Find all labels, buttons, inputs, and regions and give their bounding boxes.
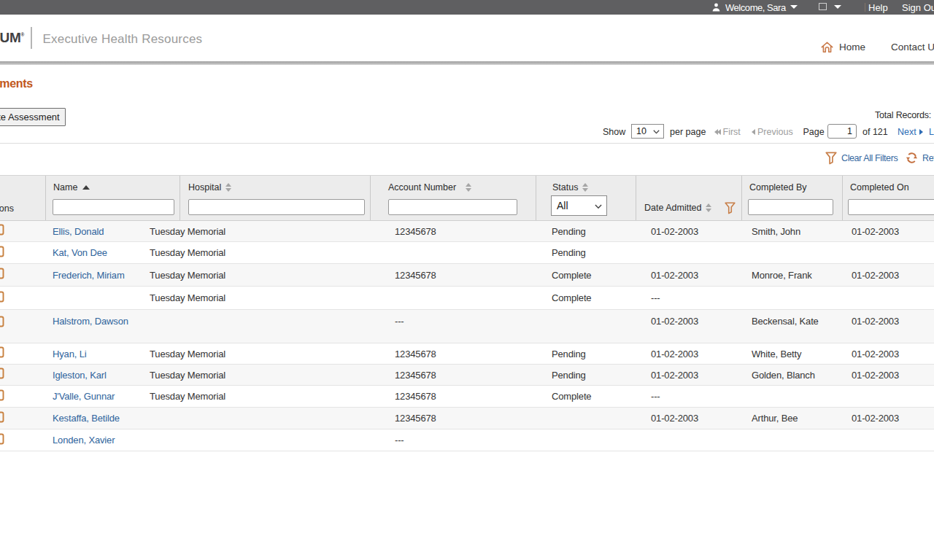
assessment-document-icon[interactable] [0,316,4,330]
row-actions-cell [0,287,46,309]
completed-by-cell: Golden, Blanch [743,365,843,385]
nav-home[interactable]: Home [821,39,865,54]
date-admitted-cell: 01-02-2003 [642,221,743,241]
row-actions-cell [0,264,46,286]
hospital-cell: Tuesday Memorial [141,264,386,286]
toolbar-divider [0,143,934,144]
table-row: Tuesday Memorial Complete --- [0,287,934,310]
hospital-cell [141,429,386,451]
filter-completed-on-input[interactable] [848,199,934,215]
status-cell [543,408,642,429]
masthead-rule [0,61,934,65]
completed-on-cell: 01-02-2003 [843,343,934,364]
topbar-separator [865,3,865,12]
date-admitted-cell: 01-02-2003 [642,310,743,343]
hospital-cell: Tuesday Memorial [141,365,386,385]
user-menu[interactable]: Welcome, Sara [725,0,786,15]
patient-name-link[interactable]: Londen, Xavier [53,435,115,446]
sign-out-link[interactable]: Sign Out [902,0,934,15]
assessment-document-icon[interactable] [0,246,4,260]
assessment-document-icon[interactable] [0,224,4,238]
filter-completed-by-input[interactable] [748,199,833,215]
date-admitted-cell: 01-02-2003 [642,264,743,286]
assessment-document-icon[interactable] [0,291,4,306]
date-admitted-cell: --- [642,386,743,407]
patient-name-link[interactable]: Igleston, Karl [53,370,107,381]
account-cell: 12345678 [386,221,543,241]
name-cell: Igleston, Karl [46,365,141,385]
completed-on-cell: 01-02-2003 [843,221,934,241]
next-page-button[interactable]: Next [898,127,923,137]
completed-by-cell: Beckensal, Kate [743,310,843,343]
first-page-button[interactable]: First [714,127,741,137]
patient-name-link[interactable]: J'Valle, Gunnar [53,391,115,402]
last-page-button[interactable]: Last [929,127,934,137]
patient-name-link[interactable]: Ellis, Donald [53,226,104,237]
filter-hospital-input[interactable] [188,199,365,215]
page-number-input[interactable] [827,124,857,139]
completed-by-cell: Monroe, Frank [743,264,843,286]
sort-date-admitted[interactable]: Date Admitted [644,203,711,213]
patient-name-link[interactable]: Halstrom, Dawson [53,316,128,327]
completed-on-cell: 01-02-2003 [843,365,934,385]
sort-hospital[interactable]: Hospital [188,182,231,192]
completed-on-cell [843,287,934,309]
assessment-document-icon[interactable] [0,346,4,361]
filter-toolbar: Clear All Filters Refresh [0,152,934,166]
completed-on-cell: 01-02-2003 [843,264,934,286]
total-records-label: Total Records: [875,110,931,120]
row-actions-cell [0,408,46,429]
sort-asc-icon [82,185,90,190]
help-link[interactable]: Help [868,0,888,15]
hospital-cell [141,310,386,343]
name-cell: Hyan, Li [46,343,141,364]
user-icon [712,0,720,15]
sort-name[interactable]: Name [53,182,90,192]
date-filter-button[interactable] [725,202,736,214]
per-page-select[interactable]: 10 [631,124,664,139]
patient-name-link[interactable]: Hyan, Li [53,349,87,359]
previous-page-button[interactable]: Previous [752,127,793,137]
refresh-button[interactable]: Refresh [906,152,934,164]
hospital-cell: Tuesday Memorial [141,287,386,309]
nav-home-label: Home [839,42,865,52]
column-header-name: Name [46,176,180,220]
registered-mark: ® [21,32,25,37]
row-actions-cell [0,429,46,451]
first-arrow2-icon [717,129,721,135]
filter-account-input[interactable] [388,199,517,215]
patient-name-link[interactable]: Frederich, Miriam [53,270,125,281]
sort-account[interactable]: Account Number [388,182,471,192]
assessment-document-icon[interactable] [0,433,4,448]
filter-name-input[interactable] [53,199,174,215]
completed-by-label: Completed By [749,182,807,192]
date-admitted-cell: 01-02-2003 [642,408,743,429]
table-row: Igleston, Karl Tuesday Memorial 12345678… [0,365,934,386]
date-admitted-cell [642,429,743,451]
patient-name-link[interactable]: Kat, Von Dee [53,247,107,258]
user-menu-caret-icon[interactable] [790,5,798,9]
sort-both-icon [706,203,711,212]
patient-name-link[interactable]: Kestaffa, Betilde [53,413,120,424]
completed-by-cell [743,287,843,309]
completed-on-cell [843,386,934,407]
assessment-document-icon[interactable] [0,411,4,426]
language-caret-icon[interactable] [834,5,841,9]
assessment-document-icon[interactable] [0,368,4,382]
name-cell: Kat, Von Dee [46,242,141,263]
completed-on-cell: 01-02-2003 [843,408,934,429]
account-cell: 12345678 [386,386,543,407]
optum-logo: OPTUM® [0,30,24,46]
name-cell: Frederich, Miriam [46,264,141,286]
assessment-document-icon[interactable] [0,389,4,404]
sort-status[interactable]: Status [552,182,588,192]
name-cell: J'Valle, Gunnar [46,386,141,407]
clear-all-filters-button[interactable]: Clear All Filters [825,152,898,165]
row-actions-cell [0,386,46,407]
status-filter-select[interactable]: All [551,195,607,216]
nav-contact-us[interactable]: Contact Us [891,39,934,54]
assessment-document-icon[interactable] [0,268,4,282]
column-header-completed-by: Completed By [742,176,843,220]
language-flag-icon[interactable] [819,3,827,10]
top-utility-bar: Welcome, Sara Help Sign Out [0,0,934,15]
